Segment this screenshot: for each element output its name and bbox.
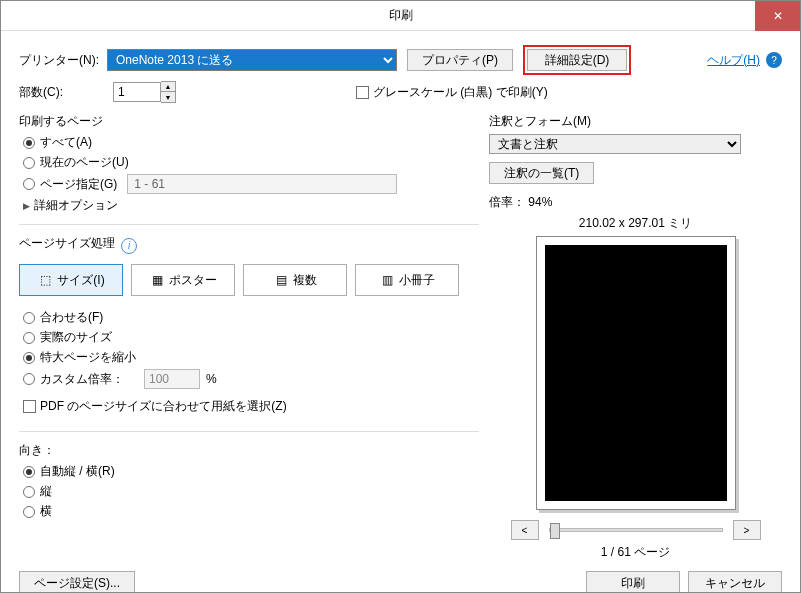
page-preview [536, 236, 736, 510]
radio-icon [23, 137, 35, 149]
radio-icon [23, 486, 35, 498]
radio-icon [23, 373, 35, 385]
size-icon: ⬚ [37, 272, 53, 288]
radio-custom-scale[interactable]: カスタム倍率： % [23, 369, 479, 389]
printer-label: プリンター(N): [19, 52, 99, 69]
preview-content [545, 245, 727, 501]
comments-select[interactable]: 文書と注釈 [489, 134, 741, 154]
grayscale-checkbox[interactable]: グレースケール (白黒) で印刷(Y) [356, 84, 548, 101]
titlebar: 印刷 ✕ [1, 1, 800, 31]
radio-icon [23, 312, 35, 324]
more-options-expand[interactable]: 詳細オプション [23, 197, 479, 214]
radio-auto-orient[interactable]: 自動縦 / 横(R) [23, 463, 479, 480]
page-indicator: 1 / 61 ページ [511, 544, 761, 561]
next-page-button[interactable]: > [733, 520, 761, 540]
radio-all[interactable]: すべて(A) [23, 134, 479, 151]
radio-icon [23, 466, 35, 478]
cancel-button[interactable]: キャンセル [688, 571, 782, 593]
radio-portrait[interactable]: 縦 [23, 483, 479, 500]
pages-group-title: 印刷するページ [19, 113, 479, 130]
printer-select[interactable]: OneNote 2013 に送る [107, 49, 397, 71]
title-text: 印刷 [389, 7, 413, 24]
orient-group-title: 向き： [19, 442, 479, 459]
multiple-icon: ▤ [273, 272, 289, 288]
sizing-group-title: ページサイズ処理 [19, 235, 115, 252]
copies-spinner[interactable]: ▲▼ [161, 81, 176, 103]
prev-page-button[interactable]: < [511, 520, 539, 540]
tab-size[interactable]: ⬚サイズ(I) [19, 264, 123, 296]
advanced-highlight: 詳細設定(D) [523, 45, 631, 75]
checkbox-icon [356, 86, 369, 99]
radio-icon [23, 506, 35, 518]
tab-poster[interactable]: ▦ポスター [131, 264, 235, 296]
copies-label: 部数(C): [19, 84, 63, 101]
page-dimensions: 210.02 x 297.01 ミリ [489, 215, 782, 232]
radio-actual[interactable]: 実際のサイズ [23, 329, 479, 346]
help-link[interactable]: ヘルプ(H) [707, 52, 760, 69]
custom-scale-input[interactable] [144, 369, 200, 389]
radio-current[interactable]: 現在のページ(U) [23, 154, 479, 171]
tab-booklet[interactable]: ▥小冊子 [355, 264, 459, 296]
choose-paper-checkbox[interactable]: PDF のページサイズに合わせて用紙を選択(Z) [23, 398, 287, 415]
close-button[interactable]: ✕ [755, 1, 800, 31]
poster-icon: ▦ [149, 272, 165, 288]
page-slider[interactable] [549, 528, 723, 532]
tab-multiple[interactable]: ▤複数 [243, 264, 347, 296]
radio-fit[interactable]: 合わせる(F) [23, 309, 479, 326]
slider-thumb[interactable] [550, 523, 560, 539]
radio-icon [23, 332, 35, 344]
properties-button[interactable]: プロパティ(P) [407, 49, 513, 71]
radio-range[interactable]: ページ指定(G) [23, 174, 479, 194]
spinner-down-icon[interactable]: ▼ [161, 92, 175, 102]
close-icon: ✕ [773, 9, 783, 23]
print-button[interactable]: 印刷 [586, 571, 680, 593]
radio-icon [23, 157, 35, 169]
page-setup-button[interactable]: ページ設定(S)... [19, 571, 135, 593]
checkbox-icon [23, 400, 36, 413]
info-icon[interactable]: i [121, 238, 137, 254]
advanced-button[interactable]: 詳細設定(D) [527, 49, 627, 71]
scale-text: 倍率： 94% [489, 194, 782, 211]
booklet-icon: ▥ [379, 272, 395, 288]
spinner-up-icon[interactable]: ▲ [161, 82, 175, 92]
help-icon[interactable]: ? [766, 52, 782, 68]
radio-icon [23, 352, 35, 364]
radio-shrink[interactable]: 特大ページを縮小 [23, 349, 479, 366]
radio-landscape[interactable]: 横 [23, 503, 479, 520]
radio-icon [23, 178, 35, 190]
annotation-list-button[interactable]: 注釈の一覧(T) [489, 162, 594, 184]
comments-group-title: 注釈とフォーム(M) [489, 113, 782, 130]
page-range-input[interactable] [127, 174, 397, 194]
copies-input[interactable] [113, 82, 161, 102]
